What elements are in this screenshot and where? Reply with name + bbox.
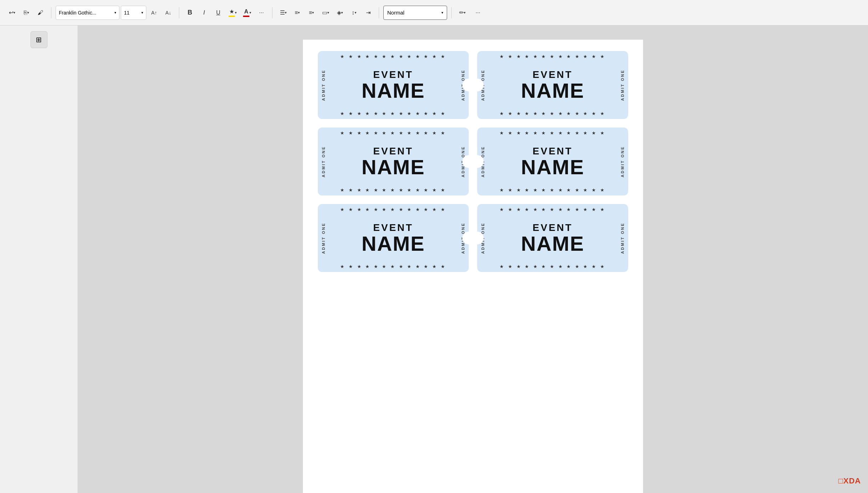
increase-font-button[interactable]: A↑ — [148, 6, 160, 20]
align-dropdown-icon: ▾ — [312, 11, 314, 15]
highlight-dropdown-icon: ▾ — [235, 11, 237, 15]
ticket-3-body: ADMIT ONE EVENT NAME ADMIT ONE — [318, 138, 469, 185]
more-format-icon: ··· — [259, 10, 264, 16]
panel-icon: ⊞ — [36, 35, 42, 44]
ticket-5-bottom-stars: ★ ★ ★ ★ ★ ★ ★ ★ ★ ★ ★ ★ ★ — [318, 261, 469, 272]
ticket-3-name: NAME — [362, 157, 425, 177]
ticket-4-body: ADMIT ONE EVENT NAME ADMIT ONE — [477, 138, 628, 185]
ticket-1[interactable]: ★ ★ ★ ★ ★ ★ ★ ★ ★ ★ ★ ★ ★ ADMIT ONE EVEN… — [318, 51, 469, 119]
numbering-dropdown-icon: ▾ — [298, 11, 300, 15]
ticket-6[interactable]: ★ ★ ★ ★ ★ ★ ★ ★ ★ ★ ★ ★ ★ ADMIT ONE EVEN… — [477, 204, 628, 272]
sidebar: ⊞ — [0, 26, 78, 493]
font-color-bar — [243, 16, 249, 17]
shading-button[interactable]: ◈ ▾ — [333, 6, 346, 20]
divider-5 — [451, 7, 452, 18]
italic-icon: I — [203, 9, 205, 16]
style-selector[interactable]: Normal ▾ — [383, 6, 447, 20]
italic-button[interactable]: I — [198, 6, 210, 20]
line-spacing-button[interactable]: ↕ ▾ — [348, 6, 360, 20]
xda-watermark: □XDA — [838, 475, 861, 486]
ticket-6-top-stars: ★ ★ ★ ★ ★ ★ ★ ★ ★ ★ ★ ★ ★ — [477, 204, 628, 215]
ticket-2-name: NAME — [521, 80, 585, 101]
document-page[interactable]: ★ ★ ★ ★ ★ ★ ★ ★ ★ ★ ★ ★ ★ ADMIT ONE EVEN… — [303, 40, 643, 493]
ticket-3-bottom-stars: ★ ★ ★ ★ ★ ★ ★ ★ ★ ★ ★ ★ ★ — [318, 185, 469, 196]
font-color-button[interactable]: A ▾ — [241, 6, 254, 20]
indent-button[interactable]: ⇥ — [362, 6, 374, 20]
bold-button[interactable]: B — [184, 6, 196, 20]
border-dropdown-icon: ▾ — [327, 11, 329, 15]
ticket-4-stars-top: ★ ★ ★ ★ ★ ★ ★ ★ ★ ★ ★ ★ ★ — [500, 130, 605, 136]
pen-dropdown-icon: ▾ — [464, 11, 466, 15]
font-selector[interactable]: Franklin Gothic... ▾ — [56, 6, 119, 20]
shading-icon: ◈ — [337, 9, 341, 16]
ticket-5-center: EVENT NAME — [329, 219, 457, 257]
font-dropdown-icon: ▾ — [114, 11, 116, 15]
bold-icon: B — [188, 9, 192, 16]
ticket-2-bottom-stars: ★ ★ ★ ★ ★ ★ ★ ★ ★ ★ ★ ★ ★ — [477, 108, 628, 119]
ticket-1-center: EVENT NAME — [329, 66, 457, 104]
ticket-6-center: EVENT NAME — [489, 219, 617, 257]
line-spacing-dropdown-icon: ▾ — [355, 11, 356, 15]
toolbar: ↩ ▾ ⎘ ▾ 🖌 Franklin Gothic... ▾ 11 ▾ A↑ A… — [0, 0, 868, 26]
ticket-2[interactable]: ★ ★ ★ ★ ★ ★ ★ ★ ★ ★ ★ ★ ★ ADMIT ONE EVEN… — [477, 51, 628, 119]
ticket-3-stars-bottom: ★ ★ ★ ★ ★ ★ ★ ★ ★ ★ ★ ★ ★ — [340, 187, 446, 193]
font-size-selector[interactable]: 11 ▾ — [121, 6, 146, 20]
decrease-font-button[interactable]: A↓ — [162, 6, 175, 20]
ticket-1-body: ADMIT ONE EVENT NAME ADMIT ONE — [318, 62, 469, 108]
align-button[interactable]: ≡ ▾ — [305, 6, 318, 20]
ticket-4[interactable]: ★ ★ ★ ★ ★ ★ ★ ★ ★ ★ ★ ★ ★ ADMIT ONE EVEN… — [477, 128, 628, 196]
divider-2 — [179, 7, 179, 18]
divider-3 — [272, 7, 272, 18]
undo-button[interactable]: ↩ ▾ — [6, 6, 18, 20]
divider-4 — [379, 7, 379, 18]
ticket-1-stars-top: ★ ★ ★ ★ ★ ★ ★ ★ ★ ★ ★ ★ ★ — [340, 54, 446, 59]
format-painter-button[interactable]: 🖌 — [34, 6, 47, 20]
increase-font-icon: A↑ — [151, 10, 157, 16]
ticket-4-top-stars: ★ ★ ★ ★ ★ ★ ★ ★ ★ ★ ★ ★ ★ — [477, 128, 628, 138]
ticket-3-admit-left: ADMIT ONE — [318, 146, 329, 177]
bullets-button[interactable]: ☰ ▾ — [277, 6, 289, 20]
ticket-2-hole-left — [471, 79, 484, 91]
ticket-5[interactable]: ★ ★ ★ ★ ★ ★ ★ ★ ★ ★ ★ ★ ★ ADMIT ONE EVEN… — [318, 204, 469, 272]
ticket-4-name: NAME — [521, 157, 585, 177]
ticket-3[interactable]: ★ ★ ★ ★ ★ ★ ★ ★ ★ ★ ★ ★ ★ ADMIT ONE EVEN… — [318, 128, 469, 196]
font-color-icon: A — [244, 8, 248, 15]
border-button[interactable]: ▭ ▾ — [319, 6, 332, 20]
ticket-5-admit-left: ADMIT ONE — [318, 222, 329, 254]
font-color-btn: A — [243, 8, 249, 17]
text-format-group: B I U ★ ▾ A ▾ ··· — [184, 6, 268, 20]
divider-1 — [51, 7, 51, 18]
clipboard-button[interactable]: ⎘ ▾ — [20, 6, 33, 20]
bullets-dropdown-icon: ▾ — [285, 11, 287, 15]
numbering-button[interactable]: ≡ ▾ — [291, 6, 304, 20]
pen-icon: ✏ — [459, 9, 464, 16]
ticket-4-center: EVENT NAME — [489, 142, 617, 181]
highlight-color-bar — [229, 16, 235, 17]
ticket-1-bottom-stars: ★ ★ ★ ★ ★ ★ ★ ★ ★ ★ ★ ★ ★ — [318, 108, 469, 119]
line-spacing-icon: ↕ — [352, 10, 355, 16]
ticket-2-body: ADMIT ONE EVENT NAME ADMIT ONE — [477, 62, 628, 108]
ticket-4-admit-right: ADMIT ONE — [617, 146, 628, 177]
ticket-4-bottom-stars: ★ ★ ★ ★ ★ ★ ★ ★ ★ ★ ★ ★ ★ — [477, 185, 628, 196]
ticket-1-admit-left: ADMIT ONE — [318, 69, 329, 101]
align-icon: ≡ — [309, 10, 312, 16]
highlight-button[interactable]: ★ ▾ — [226, 6, 239, 20]
ticket-6-name: NAME — [521, 233, 585, 254]
style-dropdown-icon: ▾ — [441, 11, 443, 15]
font-size-dropdown-icon: ▾ — [141, 11, 143, 15]
font-group: Franklin Gothic... ▾ 11 ▾ A↑ A↓ — [56, 6, 175, 20]
ticket-6-stars-bottom: ★ ★ ★ ★ ★ ★ ★ ★ ★ ★ ★ ★ ★ — [500, 264, 605, 269]
pen-button[interactable]: ✏ ▾ — [456, 6, 469, 20]
underline-button[interactable]: U — [212, 6, 225, 20]
border-icon: ▭ — [322, 9, 327, 16]
ticket-6-stars-top: ★ ★ ★ ★ ★ ★ ★ ★ ★ ★ ★ ★ ★ — [500, 207, 605, 212]
ticket-2-stars-top: ★ ★ ★ ★ ★ ★ ★ ★ ★ ★ ★ ★ ★ — [500, 54, 605, 59]
sidebar-panel-button[interactable]: ⊞ — [30, 31, 47, 48]
ticket-2-admit-right: ADMIT ONE — [617, 69, 628, 101]
ticket-grid: ★ ★ ★ ★ ★ ★ ★ ★ ★ ★ ★ ★ ★ ADMIT ONE EVEN… — [314, 47, 632, 276]
ticket-3-top-stars: ★ ★ ★ ★ ★ ★ ★ ★ ★ ★ ★ ★ ★ — [318, 128, 469, 138]
underline-icon: U — [216, 10, 220, 16]
more-options-button[interactable]: ··· — [472, 6, 484, 20]
numbering-icon: ≡ — [295, 10, 298, 16]
more-format-button[interactable]: ··· — [255, 6, 268, 20]
